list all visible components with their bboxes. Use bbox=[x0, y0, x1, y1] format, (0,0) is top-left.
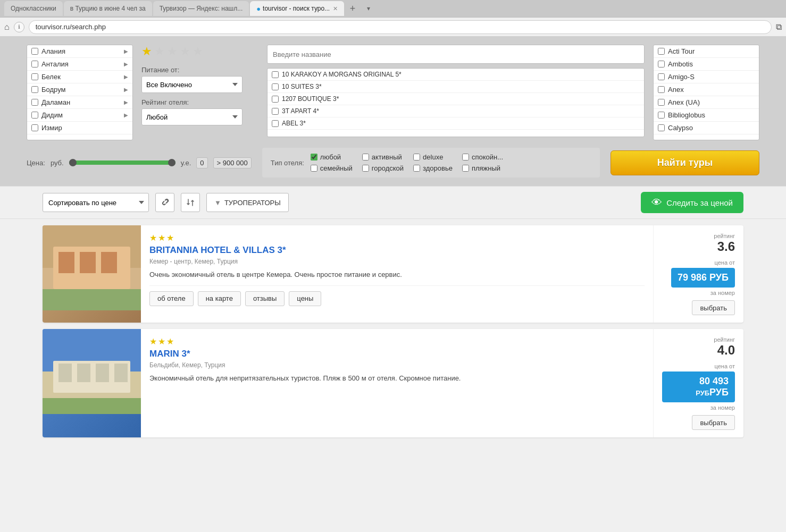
type-item-zdorovye[interactable]: здоровье bbox=[413, 164, 453, 172]
type-item-gorodskoy[interactable]: городской bbox=[362, 164, 404, 172]
operator-item-amigo[interactable]: Amigo-S bbox=[654, 71, 759, 83]
star-1-icon[interactable]: ★ bbox=[141, 45, 152, 58]
region-item-didim[interactable]: Дидим ▶ bbox=[27, 109, 132, 122]
hotel-checkbox[interactable] bbox=[272, 120, 279, 127]
star-4-icon[interactable]: ★ bbox=[180, 45, 190, 58]
type-checkbox-lyuboy[interactable] bbox=[311, 154, 317, 161]
region-checkbox-dalaman[interactable] bbox=[31, 99, 38, 106]
region-label: Алания bbox=[41, 47, 65, 55]
operator-checkbox[interactable] bbox=[658, 48, 665, 55]
region-checkbox-didim[interactable] bbox=[31, 112, 38, 119]
hotel-list-item[interactable]: 3T APART 4* bbox=[267, 105, 644, 117]
region-item-belek[interactable]: Белек ▶ bbox=[27, 71, 132, 83]
regions-list[interactable]: Алания ▶ Анталия ▶ Белек ▶ Бодрум ▶ bbox=[27, 45, 133, 140]
operators-list[interactable]: Acti Tour Ambotis Amigo-S Anex bbox=[653, 45, 759, 140]
region-checkbox-izmir[interactable] bbox=[31, 124, 38, 131]
hotel-map-button-1[interactable]: на карте bbox=[198, 291, 241, 306]
hotel-select-button-1[interactable]: выбрать bbox=[692, 300, 735, 315]
operator-item-anex-ua[interactable]: Anex (UA) bbox=[654, 96, 759, 109]
hotel-checkbox[interactable] bbox=[272, 71, 279, 78]
region-item-dalaman[interactable]: Даламан ▶ bbox=[27, 96, 132, 109]
operators-filter-button[interactable]: ▼ ТУРОПЕРАТОРЫ bbox=[206, 193, 289, 212]
type-checkbox-semeynyy[interactable] bbox=[311, 165, 317, 172]
region-checkbox-bodrum[interactable] bbox=[31, 86, 38, 93]
new-tab-button[interactable]: + bbox=[345, 1, 360, 16]
type-item-plyazhny[interactable]: пляжный bbox=[462, 164, 503, 172]
hotel-image-2[interactable] bbox=[43, 329, 141, 437]
type-item-aktivny[interactable]: активный bbox=[362, 153, 404, 161]
food-select[interactable]: Все Включено Завтрак Полупансион Полный … bbox=[141, 76, 243, 93]
hotel-price-button-2[interactable]: 80 493 РУБРУБ bbox=[662, 371, 735, 402]
hotel-checkbox[interactable] bbox=[272, 96, 279, 103]
region-item-izmir[interactable]: Измир bbox=[27, 122, 132, 134]
type-checkbox-spokoyn[interactable] bbox=[462, 154, 469, 161]
home-button[interactable]: ⌂ bbox=[4, 22, 10, 32]
operator-checkbox[interactable] bbox=[658, 86, 665, 93]
star-3-icon[interactable]: ★ bbox=[167, 45, 178, 58]
type-item-lyuboy[interactable]: любой bbox=[311, 153, 353, 161]
tab-yandex[interactable]: Турвизор — Яндекс: нашл... bbox=[153, 1, 249, 16]
hotel-name-2[interactable]: MARIN 3* bbox=[149, 349, 645, 359]
star-2-icon[interactable]: ★ bbox=[154, 45, 165, 58]
hotel-select-button-2[interactable]: выбрать bbox=[692, 415, 735, 430]
region-checkbox-belek[interactable] bbox=[31, 73, 38, 80]
bookmarks-icon[interactable]: ⧉ bbox=[776, 22, 782, 32]
price-slider-thumb-right[interactable] bbox=[168, 159, 175, 166]
operator-checkbox[interactable] bbox=[658, 61, 665, 67]
price-slider[interactable] bbox=[69, 161, 175, 165]
type-item-deluxe[interactable]: deluxe bbox=[413, 153, 453, 161]
search-button[interactable]: Найти туры bbox=[611, 150, 759, 175]
security-icon: ℹ bbox=[14, 22, 24, 32]
price-slider-thumb-left[interactable] bbox=[69, 159, 77, 166]
hotel-name-1[interactable]: BRITANNIA HOTEL & VILLAS 3* bbox=[149, 245, 645, 256]
sort-select[interactable]: Сортировать по цене Сортировать по рейти… bbox=[43, 193, 149, 212]
type-checkbox-plyazhny[interactable] bbox=[462, 165, 469, 172]
operator-item-ambotis[interactable]: Ambotis bbox=[654, 58, 759, 71]
sort-direction-button[interactable] bbox=[181, 193, 200, 212]
hotel-name-input[interactable] bbox=[267, 45, 645, 64]
hotel-list-item[interactable]: 10 SUITES 3* bbox=[267, 81, 644, 93]
operator-item-calypso[interactable]: Calypso bbox=[654, 122, 759, 134]
hotel-image-1[interactable] bbox=[43, 225, 141, 323]
operator-item-anex[interactable]: Anex bbox=[654, 83, 759, 96]
operator-checkbox[interactable] bbox=[658, 112, 665, 119]
hotel-price-button-1[interactable]: 79 986 РУБ bbox=[671, 268, 735, 288]
operator-item-acti[interactable]: Acti Tour bbox=[654, 45, 759, 58]
type-item-semeynyy[interactable]: семейный bbox=[311, 164, 353, 172]
operator-checkbox[interactable] bbox=[658, 99, 665, 106]
region-item-alaniya[interactable]: Алания ▶ bbox=[27, 45, 132, 58]
operator-item-biblio[interactable]: Biblioglobus bbox=[654, 109, 759, 122]
tab-odnoklassniki[interactable]: Одноклассники bbox=[4, 1, 63, 16]
rating-select[interactable]: Любой 3+ 4+ 4.5+ bbox=[141, 108, 243, 125]
close-icon[interactable]: ✕ bbox=[333, 5, 338, 12]
hotel-list[interactable]: 10 KARAKOY A MORGANS ORIGINAL 5* 10 SUIT… bbox=[267, 68, 645, 137]
region-checkbox-alaniya[interactable] bbox=[31, 48, 38, 55]
tab-turkey[interactable]: в Турцию в июне 4 чел за bbox=[64, 1, 152, 16]
tab-overflow-button[interactable]: ▾ bbox=[361, 1, 376, 16]
operator-checkbox[interactable] bbox=[658, 73, 665, 80]
type-checkbox-deluxe[interactable] bbox=[413, 154, 420, 161]
type-checkbox-aktivny[interactable] bbox=[362, 154, 369, 161]
type-checkbox-zdorovye[interactable] bbox=[413, 165, 420, 172]
url-input[interactable] bbox=[29, 20, 772, 34]
hotel-checkbox[interactable] bbox=[272, 83, 279, 90]
type-checkbox-gorodskoy[interactable] bbox=[362, 165, 369, 172]
hotel-checkbox[interactable] bbox=[272, 108, 279, 115]
region-item-antaliya[interactable]: Анталия ▶ bbox=[27, 58, 132, 71]
hotel-prices-button-1[interactable]: цены bbox=[289, 291, 321, 306]
tab-bar: Одноклассники в Турцию в июне 4 чел за Т… bbox=[0, 0, 786, 17]
region-item-bodrum[interactable]: Бодрум ▶ bbox=[27, 83, 132, 96]
hotel-about-button-1[interactable]: об отеле bbox=[149, 291, 194, 306]
link-icon-button[interactable] bbox=[155, 193, 174, 212]
operator-checkbox[interactable] bbox=[658, 124, 665, 131]
hotel-list-item[interactable]: 1207 BOUTIQUE 3* bbox=[267, 93, 644, 105]
type-item-spokoyn[interactable]: спокойн... bbox=[462, 153, 503, 161]
hotel-rating-label-1: рейтинг bbox=[662, 233, 735, 239]
hotel-list-item[interactable]: 10 KARAKOY A MORGANS ORIGINAL 5* bbox=[267, 69, 644, 81]
region-checkbox-antaliya[interactable] bbox=[31, 61, 38, 67]
star-5-icon[interactable]: ★ bbox=[193, 45, 203, 58]
hotel-list-item[interactable]: ABEL 3* bbox=[267, 117, 644, 130]
hotel-reviews-button-1[interactable]: отзывы bbox=[245, 291, 285, 306]
tab-tourvisor[interactable]: ● tourvisor - поиск туро... ✕ bbox=[250, 1, 344, 16]
follow-price-button[interactable]: 👁 Следить за ценой bbox=[641, 192, 743, 213]
